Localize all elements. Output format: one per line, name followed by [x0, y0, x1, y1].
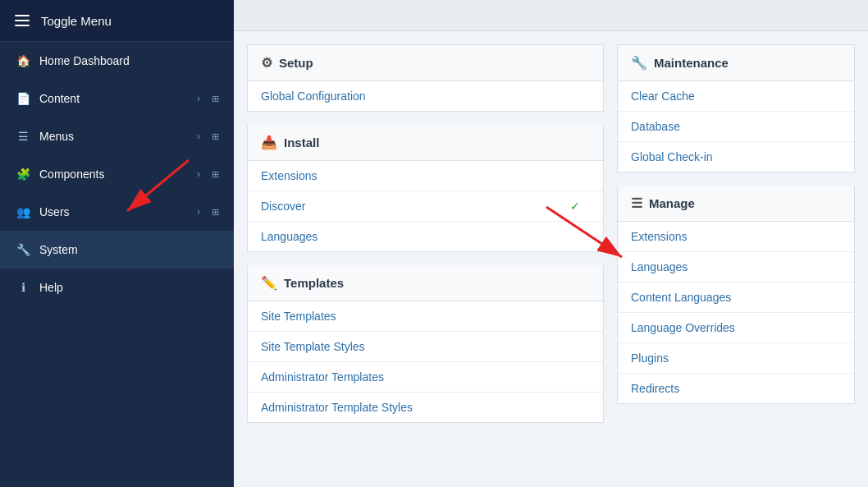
toggle-menu-icon — [15, 11, 33, 30]
templates-icon: ✏️ — [261, 275, 277, 291]
sidebar-item-label: Home Dashboard — [39, 54, 219, 67]
manage-heading: ☰ Manage — [618, 186, 854, 222]
site-templates-link[interactable]: Site Templates — [248, 301, 603, 332]
sidebar-item-home-dashboard[interactable]: 🏠 Home Dashboard — [0, 42, 234, 80]
grid-icon: ⊞ — [212, 94, 219, 104]
sidebar-item-help[interactable]: ℹ Help — [0, 269, 234, 306]
clear-cache-link[interactable]: Clear Cache — [618, 81, 854, 112]
install-section: 📥 Install Extensions Discover Languages — [247, 125, 604, 252]
install-heading: 📥 Install — [248, 125, 603, 161]
sidebar-item-label: Menus — [39, 130, 189, 143]
maintenance-heading: 🔧 Maintenance — [618, 45, 854, 81]
languages-install-link[interactable]: Languages — [248, 222, 603, 251]
content-icon: 📄 — [15, 90, 31, 107]
database-link[interactable]: Database — [618, 112, 854, 142]
languages-manage-link[interactable]: Languages — [618, 252, 854, 283]
site-template-styles-link[interactable]: Site Template Styles — [248, 332, 603, 362]
manage-section: ☰ Manage Extensions Languages Content La… — [617, 186, 855, 404]
chevron-right-icon: › — [197, 93, 200, 104]
right-panel: 🔧 Maintenance Clear Cache Database Globa… — [617, 44, 855, 423]
topbar — [234, 0, 868, 31]
install-icon: 📥 — [261, 135, 277, 150]
plugins-link[interactable]: Plugins — [618, 343, 854, 374]
administrator-template-styles-link[interactable]: Administrator Template Styles — [248, 393, 603, 422]
components-icon: 🧩 — [15, 166, 31, 182]
templates-section: ✏️ Templates Site Templates Site Templat… — [247, 265, 604, 423]
administrator-templates-link[interactable]: Administrator Templates — [248, 362, 603, 393]
sidebar-item-label: System — [39, 243, 219, 256]
content-languages-link[interactable]: Content Languages — [618, 283, 854, 313]
grid-icon: ⊞ — [212, 207, 219, 218]
users-icon: 👥 — [15, 204, 31, 220]
chevron-right-icon: › — [197, 168, 200, 180]
menus-icon: ☰ — [15, 128, 31, 145]
sidebar-item-menus[interactable]: ☰ Menus › ⊞ — [0, 117, 234, 155]
sidebar-item-label: Help — [39, 281, 219, 294]
chevron-right-icon: › — [197, 131, 200, 142]
toggle-menu-button[interactable]: Toggle Menu — [0, 0, 234, 42]
global-configuration-link[interactable]: Global Configuration — [248, 81, 603, 111]
maintenance-section: 🔧 Maintenance Clear Cache Database Globa… — [617, 44, 855, 172]
global-check-in-link[interactable]: Global Check-in — [618, 142, 854, 172]
sidebar: Toggle Menu 🏠 Home Dashboard 📄 Content ›… — [0, 0, 234, 487]
help-icon: ℹ — [15, 279, 31, 296]
sidebar-item-components[interactable]: 🧩 Components › ⊞ — [0, 155, 234, 193]
content-area: ⚙ Setup Global Configuration 📥 Install E… — [234, 31, 868, 436]
grid-icon: ⊞ — [212, 169, 219, 180]
toggle-menu-label: Toggle Menu — [41, 14, 112, 28]
sidebar-item-system[interactable]: 🔧 System — [0, 231, 234, 269]
sidebar-item-content[interactable]: 📄 Content › ⊞ — [0, 80, 234, 117]
system-icon: 🔧 — [15, 241, 31, 258]
setup-section: ⚙ Setup Global Configuration — [247, 44, 604, 112]
manage-icon: ☰ — [631, 195, 642, 211]
sidebar-item-users[interactable]: 👥 Users › ⊞ — [0, 193, 234, 231]
templates-heading: ✏️ Templates — [248, 265, 603, 301]
chevron-right-icon: › — [197, 206, 200, 218]
extensions-manage-link[interactable]: Extensions — [618, 222, 854, 252]
home-icon: 🏠 — [15, 53, 31, 69]
setup-heading: ⚙ Setup — [248, 45, 603, 81]
language-overrides-link[interactable]: Language Overrides — [618, 313, 854, 343]
main-content: ⚙ Setup Global Configuration 📥 Install E… — [234, 0, 868, 487]
maintenance-icon: 🔧 — [631, 55, 647, 71]
redirects-link[interactable]: Redirects — [618, 374, 854, 403]
gear-icon: ⚙ — [261, 55, 272, 71]
sidebar-item-label: Components — [39, 168, 189, 181]
left-panel: ⚙ Setup Global Configuration 📥 Install E… — [247, 44, 604, 423]
discover-link[interactable]: Discover — [248, 191, 603, 222]
extensions-install-link[interactable]: Extensions — [248, 161, 603, 191]
sidebar-item-label: Users — [39, 205, 189, 218]
grid-icon: ⊞ — [212, 131, 219, 142]
sidebar-item-label: Content — [39, 92, 189, 105]
